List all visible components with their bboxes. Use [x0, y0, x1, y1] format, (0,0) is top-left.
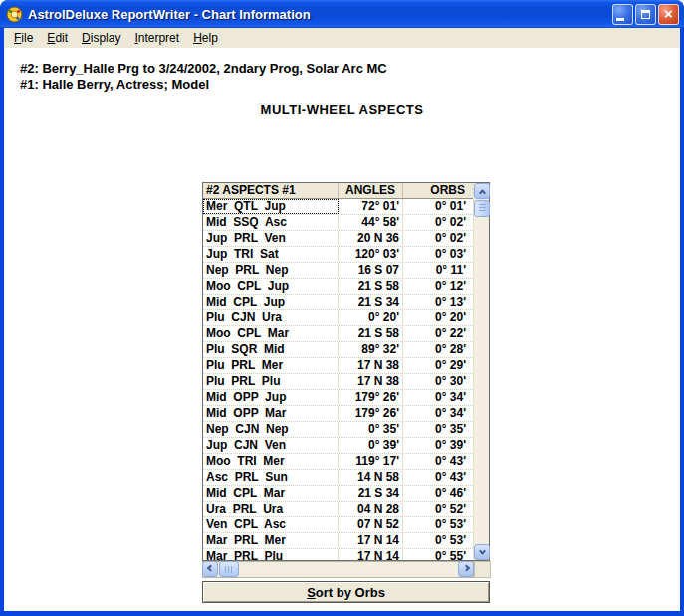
aspect-cell[interactable]: Moo TRI Mer	[203, 454, 339, 469]
orb-cell[interactable]: 0° 43'	[403, 454, 473, 469]
orb-cell[interactable]: 0° 34'	[403, 390, 473, 405]
aspects-table: #2 ASPECTS #1 ANGLES ORBS Mer QTL Jup72°…	[202, 182, 490, 561]
scroll-down-button[interactable]	[474, 544, 490, 560]
menu-item-help[interactable]: Help	[193, 31, 218, 45]
orb-cell[interactable]: 0° 01'	[403, 199, 473, 214]
table-row: Plu CJN Ura0° 20'0° 20'	[203, 310, 473, 326]
angle-cell[interactable]: 21 S 34	[339, 486, 403, 501]
angle-cell[interactable]: 07 N 52	[339, 517, 403, 532]
orb-cell[interactable]: 0° 43'	[403, 470, 473, 485]
orb-cell[interactable]: 0° 02'	[403, 231, 473, 246]
table-body: Mer QTL Jup72° 01'0° 01'Mid SSQ Asc44° 5…	[203, 199, 473, 560]
table-row: Mid OPP Jup179° 26'0° 34'	[203, 390, 473, 406]
table-row: Mid CPL Mar21 S 340° 46'	[203, 486, 473, 502]
aspect-cell[interactable]: Plu SQR Mid	[203, 342, 339, 357]
angle-cell[interactable]: 120° 03'	[339, 247, 403, 262]
aspect-cell[interactable]: Mid OPP Mar	[203, 406, 339, 421]
close-button[interactable]: ×	[658, 4, 679, 25]
aspect-cell[interactable]: Mid SSQ Asc	[203, 215, 339, 230]
angle-cell[interactable]: 0° 39'	[339, 438, 403, 453]
vertical-scrollbar[interactable]	[473, 183, 489, 560]
angle-cell[interactable]: 14 N 58	[339, 470, 403, 485]
minimize-button[interactable]	[612, 4, 633, 25]
aspect-cell[interactable]: Nep PRL Nep	[203, 263, 339, 278]
angle-cell[interactable]: 179° 26'	[339, 390, 403, 405]
chevron-down-icon	[478, 547, 485, 554]
angle-cell[interactable]: 20 N 36	[339, 231, 403, 246]
orb-cell[interactable]: 0° 52'	[403, 502, 473, 516]
table-row: Ven CPL Asc07 N 520° 53'	[203, 517, 473, 533]
menu-item-edit[interactable]: Edit	[47, 31, 68, 45]
angle-cell[interactable]: 17 N 14	[339, 549, 403, 560]
aspect-cell[interactable]: Moo CPL Mar	[203, 326, 339, 341]
aspect-cell[interactable]: Plu PRL Plu	[203, 374, 339, 389]
aspect-cell[interactable]: Plu PRL Mer	[203, 358, 339, 373]
orb-cell[interactable]: 0° 34'	[403, 406, 473, 421]
table-row: Jup PRL Ven20 N 360° 02'	[203, 231, 473, 247]
scroll-up-button[interactable]	[474, 183, 490, 199]
close-icon: ×	[664, 5, 673, 23]
aspects-grid: #2 ASPECTS #1 ANGLES ORBS Mer QTL Jup72°…	[203, 183, 473, 560]
orb-cell[interactable]: 0° 39'	[403, 438, 473, 453]
angle-cell[interactable]: 16 S 07	[339, 263, 403, 278]
orb-cell[interactable]: 0° 13'	[403, 295, 473, 309]
maximize-button[interactable]	[635, 4, 656, 25]
orb-cell[interactable]: 0° 46'	[403, 486, 473, 501]
aspect-cell[interactable]: Ura PRL Ura	[203, 502, 339, 516]
orb-cell[interactable]: 0° 02'	[403, 215, 473, 230]
orb-cell[interactable]: 0° 29'	[403, 358, 473, 373]
angle-cell[interactable]: 21 S 58	[339, 279, 403, 294]
angle-cell[interactable]: 17 N 38	[339, 374, 403, 389]
aspect-cell[interactable]: Asc PRL Sun	[203, 470, 339, 485]
aspect-cell[interactable]: Mar PRL Plu	[203, 549, 339, 560]
angle-cell[interactable]: 0° 35'	[339, 422, 403, 437]
app-window: AstrolDeluxe ReportWriter - Chart Inform…	[0, 0, 684, 616]
horizontal-scrollbar[interactable]	[202, 561, 474, 578]
orb-cell[interactable]: 0° 11'	[403, 263, 473, 278]
angle-cell[interactable]: 04 N 28	[339, 502, 403, 516]
aspect-cell[interactable]: Mar PRL Mer	[203, 533, 339, 548]
angle-cell[interactable]: 21 S 58	[339, 326, 403, 341]
aspect-cell[interactable]: Moo CPL Jup	[203, 279, 339, 294]
aspect-cell[interactable]: Nep CJN Nep	[203, 422, 339, 437]
orb-cell[interactable]: 0° 53'	[403, 533, 473, 548]
menu-item-interpret[interactable]: Interpret	[134, 31, 179, 45]
app-icon[interactable]	[6, 6, 23, 23]
menu-item-file[interactable]: File	[14, 31, 33, 45]
orb-cell[interactable]: 0° 22'	[403, 326, 473, 341]
angle-cell[interactable]: 17 N 14	[339, 533, 403, 548]
angle-cell[interactable]: 119° 17'	[339, 454, 403, 469]
angle-cell[interactable]: 89° 32'	[339, 342, 403, 357]
scroll-right-button[interactable]	[458, 561, 474, 577]
angle-cell[interactable]: 21 S 34	[339, 295, 403, 309]
angle-cell[interactable]: 44° 58'	[339, 215, 403, 230]
aspect-cell[interactable]: Jup TRI Sat	[203, 247, 339, 262]
aspect-cell[interactable]: Ven CPL Asc	[203, 517, 339, 532]
angle-cell[interactable]: 72° 01'	[339, 199, 403, 214]
vertical-scroll-thumb[interactable]	[474, 200, 490, 217]
aspect-cell[interactable]: Plu CJN Ura	[203, 310, 339, 325]
orb-cell[interactable]: 0° 53'	[403, 517, 473, 532]
menu-item-display[interactable]: Display	[82, 31, 120, 45]
table-header-row: #2 ASPECTS #1 ANGLES ORBS	[203, 183, 473, 199]
orb-cell[interactable]: 0° 55'	[403, 549, 473, 560]
orb-cell[interactable]: 0° 12'	[403, 279, 473, 294]
sort-by-orbs-button[interactable]: Sort by Orbs	[202, 581, 490, 603]
aspect-cell[interactable]: Mid CPL Mar	[203, 486, 339, 501]
orb-cell[interactable]: 0° 30'	[403, 374, 473, 389]
angle-cell[interactable]: 179° 26'	[339, 406, 403, 421]
orb-cell[interactable]: 0° 28'	[403, 342, 473, 357]
aspect-cell[interactable]: Jup CJN Ven	[203, 438, 339, 453]
aspect-cell[interactable]: Jup PRL Ven	[203, 231, 339, 246]
titlebar[interactable]: AstrolDeluxe ReportWriter - Chart Inform…	[0, 0, 684, 28]
aspect-cell[interactable]: Mer QTL Jup	[203, 199, 339, 214]
aspect-cell[interactable]: Mid CPL Jup	[203, 295, 339, 309]
angle-cell[interactable]: 17 N 38	[339, 358, 403, 373]
scroll-left-button[interactable]	[202, 561, 218, 577]
orb-cell[interactable]: 0° 20'	[403, 310, 473, 325]
orb-cell[interactable]: 0° 35'	[403, 422, 473, 437]
orb-cell[interactable]: 0° 03'	[403, 247, 473, 262]
horizontal-scroll-thumb[interactable]	[219, 561, 239, 577]
angle-cell[interactable]: 0° 20'	[339, 310, 403, 325]
aspect-cell[interactable]: Mid OPP Jup	[203, 390, 339, 405]
